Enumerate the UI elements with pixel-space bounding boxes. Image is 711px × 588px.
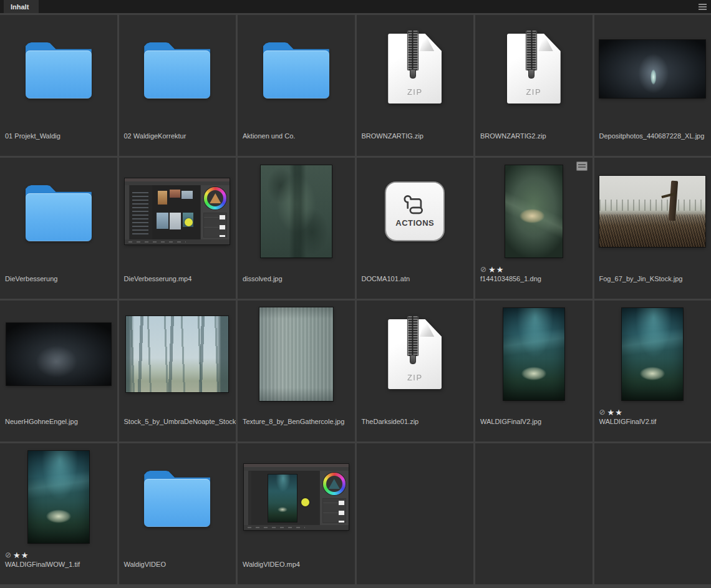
folder-icon[interactable] bbox=[238, 15, 355, 122]
rating-row bbox=[357, 122, 474, 132]
rating-row bbox=[119, 551, 236, 560]
file-cell[interactable]: WALDIGFinalV2.jpg bbox=[475, 301, 592, 441]
file-cell[interactable]: ⊘ ★★ WALDIGFinalV2.tif bbox=[594, 301, 711, 441]
rating-row bbox=[0, 122, 117, 132]
ps-right-panel bbox=[200, 185, 230, 239]
file-name: dissolved.jpg bbox=[238, 274, 355, 282]
video-thumbnail-area[interactable] bbox=[238, 443, 355, 551]
file-cell[interactable]: ⊘ ★★ WALDIGFinalWOW_1.tif bbox=[0, 443, 117, 584]
tab-inhalt[interactable]: Inhalt bbox=[4, 0, 39, 13]
ps-tools-panel bbox=[125, 185, 130, 239]
zipper-icon bbox=[407, 31, 418, 70]
file-name: Texture_8_by_BenGathercole.jpg bbox=[238, 417, 355, 425]
file-cell[interactable]: Fog_67_by_Jin_KStock.jpg bbox=[594, 158, 711, 299]
file-cell[interactable]: DieVerbesserung.mp4 bbox=[119, 158, 236, 299]
photoshop-screenshot-thumbnail bbox=[244, 464, 349, 530]
zip-file-icon[interactable]: ZIP bbox=[475, 15, 592, 122]
file-name: NeuerHGohneEngel.jpg bbox=[0, 417, 117, 425]
rating-row[interactable]: ⊘ ★★ bbox=[0, 551, 117, 560]
file-cell[interactable]: ACTIONS DOCMA101.atn bbox=[357, 158, 474, 299]
ps-files-panel bbox=[130, 185, 152, 239]
zip-label: ZIP bbox=[507, 87, 561, 97]
file-cell[interactable]: ⊘ ★★ f1441034856_1.dng bbox=[475, 158, 592, 299]
image-thumbnail-area[interactable] bbox=[475, 158, 592, 265]
folder-icon[interactable] bbox=[119, 443, 236, 551]
actions-file-icon[interactable]: ACTIONS bbox=[357, 158, 474, 265]
folder-icon[interactable] bbox=[0, 158, 117, 265]
reject-icon: ⊘ bbox=[5, 551, 11, 560]
waldig-artwork-thumbnail bbox=[28, 451, 89, 543]
reject-icon: ⊘ bbox=[480, 265, 486, 274]
file-name: Fog_67_by_Jin_KStock.jpg bbox=[594, 274, 711, 282]
file-cell[interactable]: DieVerbesserung bbox=[0, 158, 117, 299]
image-thumbnail-area[interactable] bbox=[238, 301, 355, 408]
zipper-icon bbox=[407, 316, 418, 356]
rating-row bbox=[475, 408, 592, 417]
folder-icon[interactable] bbox=[0, 15, 117, 122]
image-thumbnail-area[interactable] bbox=[0, 301, 117, 408]
file-cell[interactable]: WaldigVIDEO.mp4 bbox=[238, 443, 355, 584]
file-cell[interactable]: 01 Projekt_Waldig bbox=[0, 15, 117, 156]
rating-row[interactable]: ⊘ ★★ bbox=[475, 265, 592, 274]
content-panel-header: Inhalt bbox=[0, 0, 711, 13]
file-name: TheDarkside01.zip bbox=[357, 417, 474, 425]
ps-right-panel bbox=[319, 471, 349, 525]
blue-folder-icon bbox=[263, 42, 329, 99]
zip-label: ZIP bbox=[388, 87, 442, 97]
file-cell[interactable]: ZIP BROWNZARTIG.zip bbox=[357, 15, 474, 156]
content-grid: 01 Projekt_Waldig 02 WaldigeKorrektur Ak… bbox=[0, 13, 711, 584]
rating-row bbox=[119, 265, 236, 274]
image-thumbnail-area[interactable] bbox=[119, 301, 236, 408]
file-name: 01 Projekt_Waldig bbox=[0, 132, 117, 140]
panel-menu-icon[interactable] bbox=[699, 4, 707, 10]
image-thumbnail-area[interactable] bbox=[594, 15, 711, 122]
zip-document-icon: ZIP bbox=[507, 34, 561, 104]
file-cell[interactable]: Stock_5_by_UmbraDeNoapte_Stock.jpg bbox=[119, 301, 236, 441]
dark-forest-thumbnail bbox=[6, 323, 111, 385]
file-cell[interactable]: WaldigVIDEO bbox=[119, 443, 236, 584]
file-cell[interactable]: ZIP TheDarkside01.zip bbox=[357, 301, 474, 441]
waldig-artwork-thumbnail bbox=[622, 308, 683, 400]
empty-cell bbox=[475, 443, 592, 584]
blue-folder-icon bbox=[26, 42, 92, 99]
file-cell[interactable]: 02 WaldigeKorrektur bbox=[119, 15, 236, 156]
file-cell[interactable]: ZIP BROWNZARTIG2.zip bbox=[475, 15, 592, 156]
ps-layers-panel bbox=[203, 213, 227, 238]
green-texture-thumbnail bbox=[261, 165, 332, 258]
zip-file-icon[interactable]: ZIP bbox=[357, 301, 474, 408]
scroll-icon bbox=[402, 195, 428, 218]
file-name: WaldigVIDEO bbox=[119, 560, 236, 568]
file-name: BROWNZARTIG.zip bbox=[357, 132, 474, 140]
zip-file-icon[interactable]: ZIP bbox=[357, 15, 474, 122]
image-thumbnail-area[interactable] bbox=[594, 301, 711, 408]
image-thumbnail-area[interactable] bbox=[594, 158, 711, 265]
gray-texture-thumbnail bbox=[259, 307, 333, 401]
file-name: WaldigVIDEO.mp4 bbox=[238, 560, 355, 568]
skull-photo-thumbnail bbox=[505, 165, 563, 258]
file-cell[interactable]: NeuerHGohneEngel.jpg bbox=[0, 301, 117, 441]
zipper-icon bbox=[526, 31, 538, 70]
zip-document-icon: ZIP bbox=[388, 34, 442, 104]
file-cell[interactable]: dissolved.jpg bbox=[238, 158, 355, 299]
fog-landscape-thumbnail bbox=[599, 176, 705, 247]
file-cell[interactable]: Depositphotos_440687228_XL.jpg bbox=[594, 15, 711, 156]
file-name: 02 WaldigeKorrektur bbox=[119, 132, 236, 140]
rating-row[interactable]: ⊘ ★★ bbox=[594, 408, 711, 417]
cursor-highlight-dot bbox=[185, 218, 193, 226]
ps-canvas bbox=[152, 185, 200, 239]
folder-icon[interactable] bbox=[119, 15, 236, 122]
file-cell[interactable]: Aktionen und Co. bbox=[238, 15, 355, 156]
image-thumbnail-area[interactable] bbox=[238, 158, 355, 265]
image-thumbnail-area[interactable] bbox=[475, 301, 592, 408]
blue-folder-icon bbox=[26, 185, 92, 241]
ps-canvas bbox=[251, 471, 319, 525]
ps-status-bar bbox=[244, 525, 349, 530]
file-name: DOCMA101.atn bbox=[357, 274, 474, 282]
tab-label: Inhalt bbox=[11, 3, 29, 11]
star-rating: ★★ bbox=[13, 551, 29, 560]
image-thumbnail-area[interactable] bbox=[0, 443, 117, 551]
reject-icon: ⊘ bbox=[599, 408, 606, 417]
file-cell[interactable]: Texture_8_by_BenGathercole.jpg bbox=[238, 301, 355, 441]
video-thumbnail-area[interactable] bbox=[119, 158, 236, 265]
rating-row bbox=[238, 408, 355, 417]
